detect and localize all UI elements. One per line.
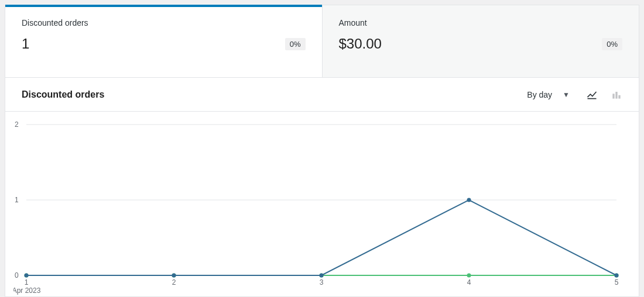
svg-text:2: 2 xyxy=(172,278,176,286)
svg-point-18 xyxy=(615,274,619,278)
tab-delta-badge: 0% xyxy=(285,38,306,50)
svg-text:1: 1 xyxy=(25,278,29,286)
tab-discounted-orders[interactable]: Discounted orders 1 0% xyxy=(5,5,322,77)
bar-chart-icon[interactable] xyxy=(611,89,622,101)
svg-rect-0 xyxy=(612,94,614,98)
svg-rect-2 xyxy=(618,95,620,98)
svg-point-15 xyxy=(172,274,176,278)
svg-point-17 xyxy=(467,198,471,202)
tab-label: Discounted orders xyxy=(22,18,306,27)
svg-text:2: 2 xyxy=(15,120,19,129)
tab-value: 1 xyxy=(22,36,29,52)
tab-label: Amount xyxy=(339,18,623,27)
svg-text:Apr 2023: Apr 2023 xyxy=(13,286,41,295)
chart-title: Discounted orders xyxy=(22,89,527,100)
svg-text:0: 0 xyxy=(15,271,19,279)
tab-value: $30.00 xyxy=(339,36,382,52)
svg-text:3: 3 xyxy=(320,278,324,286)
chevron-down-icon: ▼ xyxy=(563,91,570,99)
interval-dropdown[interactable]: By day ▼ xyxy=(527,90,570,99)
svg-point-16 xyxy=(320,274,324,278)
svg-point-12 xyxy=(467,274,471,278)
tab-delta-badge: 0% xyxy=(602,38,622,50)
interval-label: By day xyxy=(527,90,552,99)
line-chart-icon[interactable] xyxy=(586,89,598,101)
svg-point-14 xyxy=(25,274,29,278)
svg-text:4: 4 xyxy=(467,278,471,286)
svg-rect-1 xyxy=(615,92,617,99)
line-chart: 01212345Apr 2023 xyxy=(13,119,622,296)
tab-amount[interactable]: Amount $30.00 0% xyxy=(322,5,639,77)
svg-text:1: 1 xyxy=(15,196,19,204)
chart-header: Discounted orders By day ▼ xyxy=(5,78,639,112)
svg-text:5: 5 xyxy=(615,278,619,286)
metric-tabs: Discounted orders 1 0% Amount $30.00 0% xyxy=(5,5,639,78)
chart-body: 01212345Apr 2023 xyxy=(5,113,639,296)
report-card: Discounted orders 1 0% Amount $30.00 0% … xyxy=(5,5,639,297)
